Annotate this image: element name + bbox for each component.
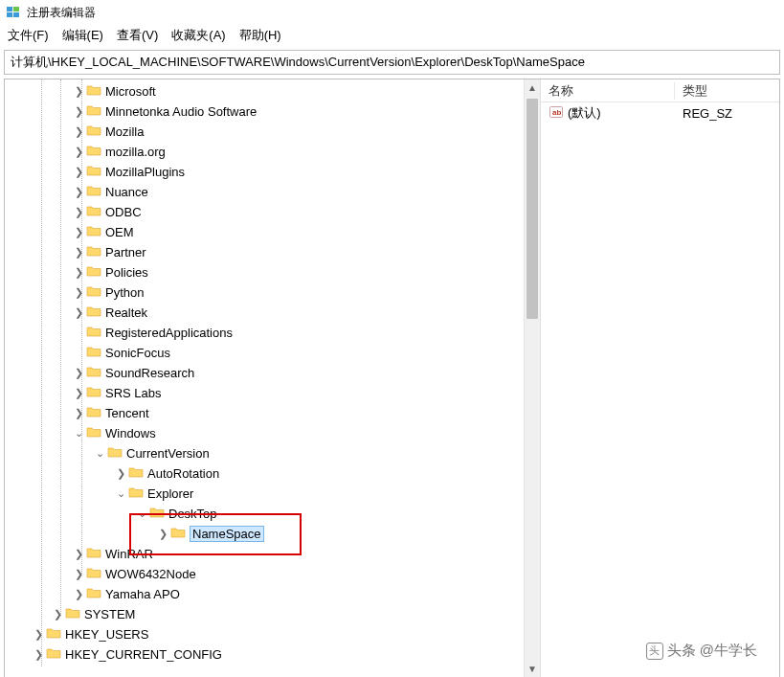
scroll-down-button[interactable]: ▼	[525, 661, 540, 677]
tree-item[interactable]: ❯Microsoft	[5, 81, 540, 102]
svg-rect-1	[13, 7, 19, 11]
tree-pane: ❯Microsoft❯Minnetonka Audio Software❯Moz…	[5, 79, 541, 677]
tree-item-label: RegisteredApplications	[105, 326, 233, 340]
tree-item-label: Partner	[105, 245, 146, 260]
tree-item[interactable]: ❯Minnetonka Audio Software	[5, 102, 540, 122]
expand-icon[interactable]: ❯	[72, 387, 85, 399]
tree-item-label: HKEY_CURRENT_CONFIG	[65, 647, 222, 662]
tree-item-label: Explorer	[147, 486, 193, 501]
tree-item[interactable]: ❯SRS Labs	[5, 383, 540, 403]
tree-item[interactable]: RegisteredApplications	[5, 323, 540, 343]
tree-item[interactable]: ❯SYSTEM	[5, 604, 540, 624]
tree-item[interactable]: ❯Partner	[5, 242, 540, 262]
collapse-icon[interactable]: ⌄	[135, 508, 148, 520]
tree-item[interactable]: ❯WinRAR	[5, 544, 540, 564]
values-pane: 名称 类型 ab(默认)REG_SZ	[541, 79, 779, 677]
tree-item[interactable]: ❯HKEY_CURRENT_CONFIG	[5, 644, 540, 665]
folder-icon	[86, 284, 101, 301]
expand-icon[interactable]: ❯	[72, 367, 85, 379]
expand-icon[interactable]: ❯	[72, 125, 85, 138]
expand-icon[interactable]: ❯	[72, 85, 85, 98]
collapse-icon[interactable]: ⌄	[93, 447, 106, 460]
expand-icon[interactable]: ❯	[72, 588, 85, 600]
expand-icon[interactable]: ❯	[156, 528, 169, 540]
expand-icon[interactable]: ❯	[72, 166, 85, 178]
expand-icon[interactable]: ❯	[72, 548, 85, 560]
address-bar[interactable]: 计算机\HKEY_LOCAL_MACHINE\SOFTWARE\Windows\…	[4, 50, 780, 75]
tree-item-label: ODBC	[105, 205, 142, 219]
tree-item[interactable]: ❯OEM	[5, 222, 540, 242]
expand-icon[interactable]: ❯	[72, 407, 85, 419]
tree-item[interactable]: ❯HKEY_USERS	[5, 624, 540, 644]
tree-item[interactable]: ❯Realtek	[5, 303, 540, 323]
tree-item-label: AutoRotation	[147, 466, 219, 481]
folder-icon	[107, 445, 123, 462]
folder-icon	[86, 385, 101, 401]
expand-icon[interactable]: ❯	[114, 467, 127, 480]
tree-item[interactable]: ❯Nuance	[5, 182, 540, 202]
tree-item[interactable]: ❯NameSpace	[5, 524, 540, 544]
expand-icon[interactable]: ❯	[72, 286, 85, 299]
expand-icon[interactable]: ❯	[72, 246, 85, 259]
expand-icon[interactable]: ❯	[72, 306, 85, 319]
expand-icon[interactable]: ❯	[32, 628, 45, 641]
value-row[interactable]: ab(默认)REG_SZ	[541, 102, 779, 124]
tree-item-label: Policies	[105, 265, 148, 280]
tree-item[interactable]: ❯mozilla.org	[5, 142, 540, 162]
menu-view[interactable]: 查看(V)	[117, 27, 158, 44]
value-name: (默认)	[568, 104, 601, 122]
tree-item[interactable]: ❯AutoRotation	[5, 463, 540, 484]
expand-icon[interactable]: ❯	[72, 105, 85, 118]
menu-help[interactable]: 帮助(H)	[239, 27, 281, 44]
tree-item[interactable]: ❯SoundResearch	[5, 363, 540, 383]
column-header-name[interactable]: 名称	[541, 82, 675, 100]
tree-item-label: NameSpace	[190, 526, 264, 542]
scroll-thumb[interactable]	[526, 99, 538, 319]
tree-item[interactable]: ❯Tencent	[5, 403, 540, 423]
watermark-icon: 头	[646, 643, 663, 660]
tree-item[interactable]: ❯Mozilla	[5, 122, 540, 142]
tree-item[interactable]: ⌄Explorer	[5, 484, 540, 504]
expand-icon[interactable]: ❯	[32, 648, 45, 661]
tree-item[interactable]: ⌄DeskTop	[5, 504, 540, 524]
tree-item[interactable]: ❯WOW6432Node	[5, 564, 540, 584]
expand-icon[interactable]: ❯	[72, 266, 85, 279]
tree-item-label: WOW6432Node	[105, 567, 196, 581]
menu-edit[interactable]: 编辑(E)	[62, 27, 103, 44]
folder-icon	[86, 224, 101, 240]
tree-item[interactable]: ⌄Windows	[5, 423, 540, 443]
folder-icon	[86, 264, 101, 281]
tree-item[interactable]: ❯MozillaPlugins	[5, 162, 540, 182]
expand-icon[interactable]: ❯	[72, 206, 85, 218]
expand-icon[interactable]: ❯	[72, 146, 85, 158]
window-title: 注册表编辑器	[27, 5, 96, 21]
column-header-type[interactable]: 类型	[675, 82, 779, 100]
expand-icon[interactable]: ❯	[72, 226, 85, 238]
collapse-icon[interactable]: ⌄	[114, 487, 127, 500]
collapse-icon[interactable]: ⌄	[72, 427, 85, 440]
tree-item[interactable]: ❯Yamaha APO	[5, 584, 540, 604]
folder-icon	[65, 606, 80, 622]
tree-item[interactable]: ⌄CurrentVersion	[5, 443, 540, 463]
folder-icon	[86, 345, 101, 361]
tree-item[interactable]: ❯Python	[5, 282, 540, 303]
values-list[interactable]: ab(默认)REG_SZ	[541, 102, 779, 124]
folder-icon	[86, 164, 101, 180]
expand-icon[interactable]: ❯	[72, 186, 85, 198]
tree-item[interactable]: SonicFocus	[5, 343, 540, 363]
expand-icon[interactable]: ❯	[72, 568, 85, 580]
tree-item[interactable]: ❯Policies	[5, 262, 540, 282]
tree-item-label: SRS Labs	[105, 386, 162, 400]
menu-file[interactable]: 文件(F)	[8, 27, 49, 44]
folder-icon	[86, 586, 101, 602]
registry-tree[interactable]: ❯Microsoft❯Minnetonka Audio Software❯Moz…	[5, 79, 540, 666]
folder-icon	[128, 465, 144, 482]
menu-favorites[interactable]: 收藏夹(A)	[171, 27, 225, 44]
value-name-cell: ab(默认)	[541, 104, 675, 123]
tree-scrollbar[interactable]: ▲ ▼	[524, 79, 540, 677]
scroll-up-button[interactable]: ▲	[525, 79, 540, 96]
expand-icon[interactable]: ❯	[51, 608, 64, 621]
svg-text:ab: ab	[552, 108, 561, 117]
title-bar: 注册表编辑器	[0, 0, 784, 23]
tree-item[interactable]: ❯ODBC	[5, 202, 540, 222]
